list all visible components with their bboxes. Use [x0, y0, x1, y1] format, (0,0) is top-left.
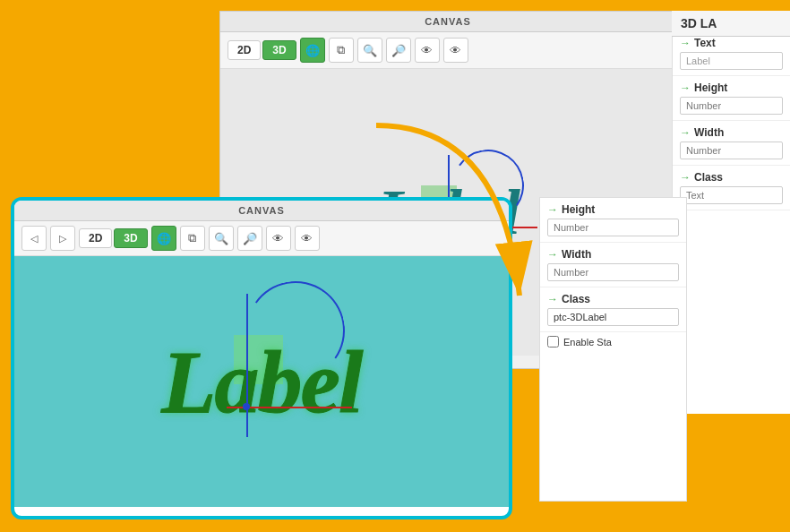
zoom-height-input[interactable] — [547, 219, 679, 236]
zoom-toolbar: ◁ ▷ 2D 3D 🌐 ⧉ 🔍 🔎 👁 👁 — [14, 221, 509, 256]
properties-panel-back: ▼ PROPERTIES → Text → Height → Width → C… — [672, 11, 790, 414]
canvas-title: CANVAS — [425, 16, 471, 27]
eye-off-icon-btn[interactable]: 👁 — [443, 38, 468, 63]
zoom-prop-class-section: → Class — [540, 287, 686, 332]
zoom-canvas-header: CANVAS — [14, 201, 509, 221]
zoom-fwd-btn[interactable]: ▷ — [50, 226, 75, 251]
zoom-zoomin-btn[interactable]: 🔍 — [209, 226, 234, 251]
prop-class-label: Class — [694, 171, 723, 184]
prop-height-arrow: → — [680, 82, 691, 94]
prop-text-input[interactable] — [680, 52, 783, 70]
zoom-canvas-panel: CANVAS ◁ ▷ 2D 3D 🌐 ⧉ 🔍 🔎 👁 👁 Label — [11, 197, 512, 519]
zoom-2d-3d-toggle: 2D 3D — [79, 228, 148, 248]
zoom-copy-btn[interactable]: ⧉ — [180, 226, 205, 251]
zoom-class-arrow: → — [547, 293, 558, 305]
prop-width-input[interactable] — [680, 142, 783, 159]
3d-label-header: 3D LA — [672, 11, 790, 37]
enable-status-row: Enable Sta — [540, 332, 686, 351]
zoom-class-input[interactable] — [547, 308, 679, 326]
zoom-height-arrow: → — [547, 203, 558, 216]
copy-icon-btn[interactable]: ⧉ — [329, 38, 354, 63]
btn-3d[interactable]: 3D — [262, 40, 296, 60]
zoom-prop-width-section: → Width — [540, 243, 686, 287]
zoom-in-icon-btn[interactable]: 🔍 — [357, 38, 382, 63]
prop-height-label: Height — [694, 82, 727, 94]
zoom-width-input[interactable] — [547, 263, 679, 281]
zoom-axis-dot — [243, 403, 250, 410]
zoom-btn-2d[interactable]: 2D — [79, 228, 112, 248]
zoom-prop-width-row: → Width — [547, 248, 679, 261]
zoom-eye-btn[interactable]: 👁 — [266, 226, 291, 251]
zoom-class-label: Class — [562, 293, 590, 305]
zoom-canvas-title: CANVAS — [238, 205, 285, 216]
zoom-width-label: Width — [562, 248, 591, 261]
main-canvas-header: CANVAS — [220, 12, 675, 32]
prop-width-section: → Width — [673, 121, 790, 166]
eye-icon-btn[interactable]: 👁 — [415, 38, 440, 63]
prop-text-arrow: → — [680, 37, 691, 49]
globe-icon-btn[interactable]: 🌐 — [300, 38, 325, 63]
prop-text-label-row: → Text — [680, 37, 783, 49]
btn-2d[interactable]: 2D — [228, 40, 261, 60]
prop-width-label-row: → Width — [680, 126, 783, 139]
prop-class-arrow: → — [680, 171, 691, 184]
zoom-prop-class-row: → Class — [547, 293, 679, 305]
enable-status-label: Enable Sta — [563, 337, 612, 348]
prop-class-input[interactable] — [680, 186, 783, 204]
zoom-btn-3d[interactable]: 3D — [114, 228, 147, 248]
zoom-properties-panel: → Height → Width → Class Enable Sta — [539, 197, 687, 502]
main-toolbar: 2D 3D 🌐 ⧉ 🔍 🔎 👁 👁 — [220, 32, 675, 69]
prop-width-arrow: → — [680, 126, 691, 139]
prop-width-label: Width — [694, 126, 724, 139]
zoom-canvas-area: Label — [14, 256, 509, 507]
zoom-prop-height-row: → Height — [547, 203, 679, 216]
prop-height-input[interactable] — [680, 97, 783, 115]
zoom-height-label: Height — [562, 203, 595, 216]
zoom-back-btn[interactable]: ◁ — [21, 226, 47, 251]
prop-class-label-row: → Class — [680, 171, 783, 184]
zoom-width-arrow: → — [547, 248, 558, 261]
zoom-prop-height-section: → Height — [540, 198, 686, 243]
zoom-globe-btn[interactable]: 🌐 — [151, 226, 176, 251]
zoom-zoomout-btn[interactable]: 🔎 — [237, 226, 262, 251]
prop-height-section: → Height — [673, 76, 790, 121]
prop-text-label: Text — [694, 37, 716, 49]
enable-status-checkbox[interactable] — [547, 336, 559, 348]
zoom-out-icon-btn[interactable]: 🔎 — [386, 38, 411, 63]
zoom-eyeoff-btn[interactable]: 👁 — [295, 226, 320, 251]
prop-height-label-row: → Height — [680, 82, 783, 94]
2d-3d-toggle-group: 2D 3D — [228, 40, 296, 60]
prop-class-section: → Class — [673, 166, 790, 210]
prop-text-section: → Text — [673, 31, 790, 76]
